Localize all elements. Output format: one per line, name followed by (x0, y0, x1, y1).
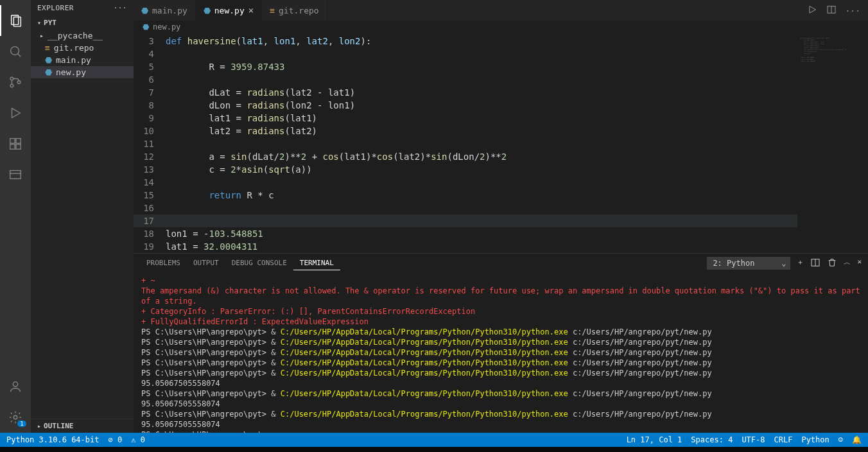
panel-tab-problems[interactable]: PROBLEMS (140, 256, 187, 270)
line-number: 14 (134, 176, 166, 189)
activity-explorer-icon[interactable] (0, 5, 31, 36)
sidebar-title: EXPLORER (37, 4, 74, 12)
chevron-down-icon: ⌄ (781, 259, 786, 268)
activity-settings-icon[interactable]: 1 (0, 402, 31, 433)
code-line-content: dLon = radians(lon2 - lon1) (166, 99, 355, 112)
file-label: new.py (56, 67, 86, 77)
activity-extensions-icon[interactable] (0, 128, 31, 159)
status-feedback-icon[interactable]: ☺ (838, 435, 843, 444)
line-number: 19 (134, 240, 166, 253)
file-label: git.repo (54, 43, 94, 53)
file-icon: ≡ (45, 43, 50, 53)
code-line-content: dLat = radians(lat2 - lat1) (166, 86, 355, 99)
split-editor-icon[interactable] (826, 4, 837, 17)
line-number: 15 (134, 189, 166, 202)
activity-search-icon[interactable] (0, 36, 31, 67)
line-number: 9 (134, 112, 166, 125)
kill-terminal-icon[interactable] (827, 257, 837, 270)
svg-rect-8 (10, 139, 15, 143)
status-language[interactable]: Python (801, 435, 829, 444)
close-icon[interactable]: × (248, 5, 254, 15)
explorer-sidebar: EXPLORER ··· ▾ PYT ▸__pycache__≡git.repo… (31, 0, 134, 433)
status-spaces[interactable]: Spaces: 4 (691, 435, 733, 444)
svg-line-3 (18, 54, 21, 57)
svg-point-5 (10, 84, 13, 87)
code-line-content: def haversine(lat1, lon1, lat2, lon2): (166, 35, 371, 48)
svg-marker-16 (810, 6, 815, 13)
line-number: 5 (134, 60, 166, 73)
split-terminal-icon[interactable] (810, 257, 820, 270)
line-number: 18 (134, 227, 166, 240)
activity-bar: 1 (0, 0, 31, 433)
terminal-line: The ampersand (&) character is not allow… (141, 286, 860, 306)
activity-layout-icon[interactable] (0, 159, 31, 190)
svg-point-6 (17, 81, 21, 84)
code-editor[interactable]: 3def haversine(lat1, lon1, lat2, lon2):4… (134, 33, 797, 253)
panel-tab-terminal[interactable]: TERMINAL (293, 256, 340, 270)
file-item-__pycache__[interactable]: ▸__pycache__ (31, 30, 134, 42)
terminal-line: 95.05067505558074 (141, 419, 860, 430)
file-item-git-repo[interactable]: ≡git.repo (31, 42, 134, 54)
file-item-new-py[interactable]: ⬣new.py (31, 66, 134, 78)
status-eol[interactable]: CRLF (774, 435, 793, 444)
terminal-line: PS C:\Users\HP\angrepo\pyt> & C:/Users/H… (141, 358, 860, 368)
tab-new-py[interactable]: ⬣new.py× (196, 0, 262, 21)
terminal-line: PS C:\Users\HP\angrepo\pyt> & C:/Users/H… (141, 409, 860, 419)
status-bar: Python 3.10.6 64-bit ⊘ 0 ⚠ 0 Ln 17, Col … (0, 433, 868, 447)
svg-rect-9 (16, 139, 21, 143)
terminal-line: PS C:\Users\HP\angrepo\pyt> & C:/Users/H… (141, 327, 860, 337)
settings-badge: 1 (17, 421, 26, 427)
status-notifications-icon[interactable]: 🔔 (852, 435, 862, 444)
close-panel-icon[interactable]: ✕ (857, 257, 862, 270)
new-terminal-icon[interactable]: ＋ (797, 257, 804, 270)
panel-tab-output[interactable]: OUTPUT (187, 256, 225, 270)
code-line-content: lat1 = radians(lat1) (166, 112, 317, 125)
terminal-selector[interactable]: 2: Python ⌄ (707, 257, 790, 270)
status-ln-col[interactable]: Ln 17, Col 1 (627, 435, 682, 444)
svg-rect-11 (16, 144, 21, 149)
chevron-down-icon: ▾ (37, 19, 41, 26)
chevron-right-icon: ▸ (40, 32, 44, 39)
panel-tab-debug-console[interactable]: DEBUG CONSOLE (225, 256, 293, 270)
activity-source-control-icon[interactable] (0, 67, 31, 98)
status-errors[interactable]: ⊘ 0 (108, 435, 123, 444)
tab-git-repo[interactable]: ≡git.repo (262, 0, 327, 21)
code-line-content: R = 3959.87433 (166, 60, 284, 73)
status-warnings[interactable]: ⚠ 0 (131, 435, 145, 444)
line-number: 16 (134, 202, 166, 214)
run-icon[interactable] (807, 4, 817, 17)
terminal-line: PS C:\Users\HP\angrepo\pyt> & C:/Users/H… (141, 388, 860, 399)
breadcrumb[interactable]: ⬣ new.py (134, 21, 868, 33)
code-line-content: lon1 = -103.548851 (166, 227, 263, 240)
svg-point-2 (11, 47, 19, 55)
outline-section[interactable]: ▸ OUTLINE (31, 419, 134, 433)
os-taskbar (0, 447, 868, 452)
code-line-content: c = 2*asin(sqrt(a)) (166, 163, 312, 176)
outline-label: OUTLINE (44, 422, 73, 430)
status-python-version[interactable]: Python 3.10.6 64-bit (6, 435, 100, 444)
tab-main-py[interactable]: ⬣main.py (134, 0, 196, 21)
terminal-line: PS C:\Users\HP\angrepo\pyt> & C:/Users/H… (141, 337, 860, 347)
line-number: 12 (134, 150, 166, 163)
terminal-line: 95.05067505558074 (141, 378, 860, 388)
project-section[interactable]: ▾ PYT (31, 16, 134, 30)
activity-run-debug-icon[interactable] (0, 98, 31, 128)
terminal[interactable]: + ~The ampersand (&) character is not al… (134, 273, 868, 433)
minimap[interactable]: def haversine(lat1, lon1, lat2, lon2): R… (797, 33, 868, 253)
svg-rect-12 (10, 171, 21, 179)
breadcrumb-file: new.py (153, 22, 180, 31)
file-label: main.py (56, 55, 91, 65)
terminal-line: PS C:\Users\HP\angrepo\pyt> & C:/Users/H… (141, 347, 860, 358)
file-item-main-py[interactable]: ⬣main.py (31, 54, 134, 66)
activity-account-icon[interactable] (0, 371, 31, 402)
code-line-content: lat1 = 32.0004311 (166, 240, 257, 253)
svg-marker-7 (12, 109, 21, 118)
code-line-content: a = sin(dLat/2)**2 + cos(lat1)*cos(lat2)… (166, 150, 507, 163)
maximize-panel-icon[interactable]: ︿ (844, 257, 851, 270)
status-encoding[interactable]: UTF-8 (742, 435, 765, 444)
tab-more-icon[interactable]: ··· (846, 6, 860, 15)
line-number: 17 (134, 214, 166, 227)
python-file-icon: ⬣ (45, 67, 52, 77)
sidebar-more-icon[interactable]: ··· (114, 4, 127, 12)
terminal-selector-label: 2: Python (713, 259, 754, 268)
